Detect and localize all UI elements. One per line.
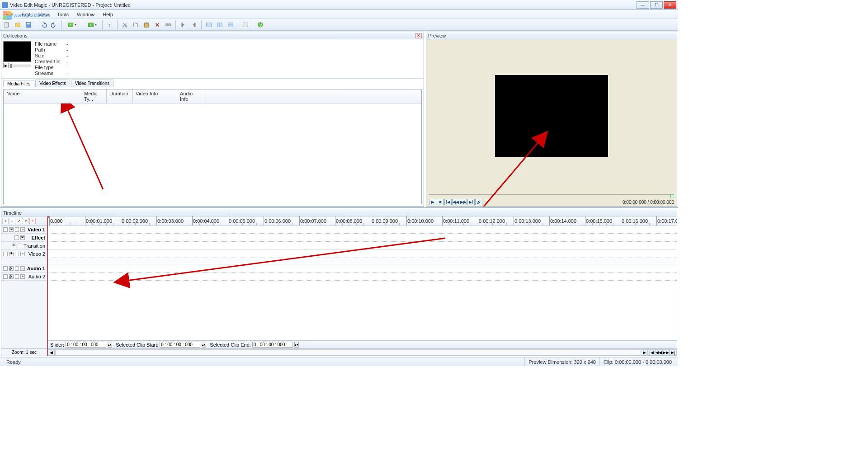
timeline-panel: Timeline + − ⤢ Y ‼ 👁−Video 1 👁Effect 👁Tr… xyxy=(1,209,677,356)
clip-end-label: Selected Clip End: xyxy=(210,342,251,348)
preview-seek-ruler[interactable] xyxy=(429,194,674,197)
preview-volume-button[interactable]: 🔊 xyxy=(475,199,482,205)
tab-video-effects[interactable]: Video Effects xyxy=(35,80,70,87)
scroll-prev2-button[interactable]: ◀◀ xyxy=(655,349,662,356)
undo-button[interactable] xyxy=(38,20,48,30)
tab-media-files[interactable]: Media Files xyxy=(3,80,34,87)
scroll-start-button[interactable]: |◀ xyxy=(648,349,655,356)
zoom-in-button[interactable]: + xyxy=(2,218,9,224)
status-dimension: Preview Dimension: 320 x 240 xyxy=(524,357,599,366)
toolbar: T ? xyxy=(0,19,678,31)
thumb-play-button[interactable]: ▶ xyxy=(3,63,9,68)
svg-text:?: ? xyxy=(259,22,262,27)
media-metadata: File name- Path- Size- Created On- File … xyxy=(35,41,72,76)
thumb-slider[interactable] xyxy=(9,65,31,66)
col-video-info[interactable]: Video Info xyxy=(133,89,177,103)
scroll-right-button[interactable]: ▶ xyxy=(641,349,648,356)
svg-rect-11 xyxy=(145,22,147,24)
svg-rect-9 xyxy=(135,24,137,27)
redo-button[interactable] xyxy=(49,20,59,30)
preview-prev-button[interactable]: ◀◀ xyxy=(452,199,459,205)
panel4-button[interactable] xyxy=(241,20,250,30)
menu-tools[interactable]: Tools xyxy=(53,11,72,18)
col-name[interactable]: Name xyxy=(4,89,81,103)
statusbar: Ready Preview Dimension: 320 x 240 Clip:… xyxy=(0,357,678,366)
status-ready: Ready xyxy=(3,357,524,366)
menu-edit[interactable]: Edit xyxy=(18,11,34,18)
open-button[interactable] xyxy=(13,20,23,30)
filter-button[interactable]: Y xyxy=(23,218,29,224)
collections-close-button[interactable]: ✕ xyxy=(415,33,422,38)
panel1-button[interactable] xyxy=(204,20,214,30)
scroll-left-button[interactable]: ◀ xyxy=(47,349,55,356)
mute-icon[interactable] xyxy=(15,227,19,232)
playhead[interactable] xyxy=(47,216,48,356)
minimize-button[interactable]: — xyxy=(637,1,649,9)
delete-button[interactable] xyxy=(152,20,162,30)
col-audio-info[interactable]: Audio Info xyxy=(177,89,204,103)
timeline-ruler[interactable]: 0.0000:00:01.0000:00:02.0000:00:03.0000:… xyxy=(47,216,677,226)
lock-icon[interactable] xyxy=(3,227,8,232)
timeline-scrollbar[interactable]: ◀ ▶ |◀ ◀◀ ▶▶ ▶| xyxy=(47,348,677,356)
zoom-fit-button[interactable]: ⤢ xyxy=(16,218,22,224)
svg-rect-14 xyxy=(207,23,212,27)
status-clip: Clip: 0:00:00.000 - 0:00:00.000 xyxy=(599,357,675,366)
save-button[interactable] xyxy=(24,20,33,30)
track-transition-label: Transition xyxy=(24,243,45,249)
clip-start-input[interactable] xyxy=(160,342,200,348)
slider-input[interactable] xyxy=(66,342,106,348)
menubar: www.pc0359.cn File Edit View Tools Windo… xyxy=(0,10,678,19)
mark-out-button[interactable] xyxy=(189,20,199,30)
media-thumbnail xyxy=(3,41,31,62)
maximize-button[interactable]: ☐ xyxy=(650,1,663,9)
slider-step[interactable]: ▴▾ xyxy=(108,342,112,348)
zoom-out-button[interactable]: − xyxy=(9,218,15,224)
import-button[interactable] xyxy=(64,20,80,30)
paste-button[interactable] xyxy=(142,20,151,30)
preview-stop-button[interactable]: ■ xyxy=(437,199,444,205)
help-button[interactable]: ? xyxy=(255,20,265,30)
media-grid[interactable]: Name Media Ty... Duration Video Info Aud… xyxy=(3,89,422,204)
svg-rect-12 xyxy=(166,24,168,26)
text-button[interactable]: T xyxy=(105,20,115,30)
preview-start-button[interactable]: |◀ xyxy=(444,199,452,205)
eye-icon[interactable]: 👁 xyxy=(9,227,14,232)
preview-timecode: 0:00:00.000 / 0:00:00.000 xyxy=(623,200,674,205)
track-video2-label: Video 2 xyxy=(26,251,45,257)
svg-rect-2 xyxy=(27,23,29,24)
collections-title: Collections xyxy=(3,33,28,38)
expand-icon[interactable]: − xyxy=(20,227,25,232)
clip-end-input[interactable] xyxy=(252,342,293,348)
cut-button[interactable] xyxy=(120,20,130,30)
menu-file[interactable]: File xyxy=(2,11,17,18)
markers-button[interactable]: ‼ xyxy=(29,218,36,224)
close-button[interactable]: ✕ xyxy=(664,1,676,9)
collections-panel: Collections ✕ ▶ File name- Path- Size- C… xyxy=(1,32,424,207)
copy-button[interactable] xyxy=(131,20,141,30)
menu-help[interactable]: Help xyxy=(99,11,117,18)
menu-view[interactable]: View xyxy=(35,11,53,18)
preview-title: Preview xyxy=(428,33,446,38)
preview-play-button[interactable]: ▶ xyxy=(429,199,436,205)
preview-next-button[interactable]: ▶▶ xyxy=(460,199,467,205)
svg-rect-0 xyxy=(5,22,9,27)
scroll-end-button[interactable]: ▶| xyxy=(670,349,677,356)
timeline-tracks[interactable] xyxy=(47,226,677,340)
window-title: Video Edit Magic - UNREGISTERED - Projec… xyxy=(10,2,637,8)
panel2-button[interactable] xyxy=(215,20,225,30)
preview-canvas xyxy=(495,75,608,157)
col-media-type[interactable]: Media Ty... xyxy=(81,89,107,103)
tab-video-transitions[interactable]: Video Transitions xyxy=(71,80,114,87)
svg-line-22 xyxy=(67,108,103,189)
new-button[interactable] xyxy=(2,20,12,30)
col-duration[interactable]: Duration xyxy=(107,89,133,103)
panel3-button[interactable] xyxy=(226,20,236,30)
slider-label: Slider: xyxy=(50,342,64,348)
mark-in-button[interactable] xyxy=(178,20,188,30)
track-effect-label: Effect xyxy=(26,235,45,240)
menu-window[interactable]: Window xyxy=(73,11,98,18)
split-button[interactable] xyxy=(163,20,173,30)
scroll-next2-button[interactable]: ▶▶ xyxy=(662,349,670,356)
preview-end-button[interactable]: ▶| xyxy=(467,199,475,205)
export-button[interactable] xyxy=(85,20,100,30)
